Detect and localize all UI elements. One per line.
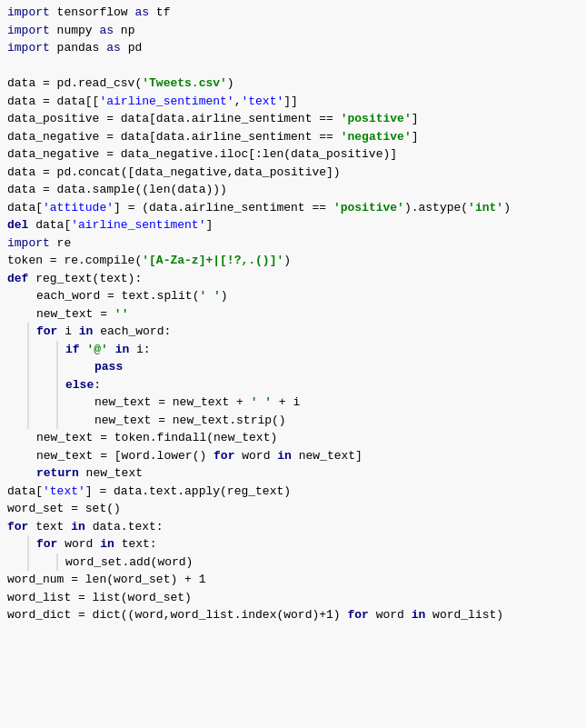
code-token: '' [114, 305, 129, 324]
code-token: word_set.add(word) [65, 553, 193, 572]
code-token: ) [503, 199, 511, 217]
code-token: 'airline_sentiment' [71, 216, 205, 234]
code-token: data = pd.read_csv( [7, 75, 142, 93]
code-token: new_text = [36, 305, 114, 324]
code-token: '@' [86, 341, 107, 359]
code-token: word [57, 535, 100, 553]
code-token: , [234, 93, 242, 111]
code-line: if '@' in i: [0, 341, 586, 359]
code-line: else: [0, 376, 586, 394]
code-token: '[A-Za-z]+|[!?,.()]' [142, 252, 283, 270]
code-token: return [36, 464, 79, 483]
code-token: data = pd.concat([data_negative,data_pos… [7, 164, 341, 182]
code-token: new_text] [292, 447, 363, 465]
code-line: new_text = new_text + ' ' + i [0, 394, 586, 412]
code-line: data = pd.read_csv('Tweets.csv') [0, 75, 586, 93]
code-token: 'int' [468, 199, 503, 217]
code-token: import [7, 39, 50, 57]
code-token: new_text = new_text + [94, 394, 251, 412]
code-token: word_dict = dict((word,word_list.index(w… [7, 606, 347, 624]
code-line: def reg_text(text): [0, 270, 586, 288]
code-line: data_negative = data[data.airline_sentim… [0, 128, 586, 146]
code-token: word_set = set() [7, 500, 121, 518]
code-token: else [65, 376, 94, 394]
code-token: data_positive = data[data.airline_sentim… [7, 110, 341, 128]
code-token: for [36, 323, 57, 341]
code-line: new_text = new_text.strip() [0, 412, 586, 430]
code-line: word_list = list(word_set) [0, 589, 586, 607]
code-token: np [114, 22, 134, 40]
code-token: word [234, 447, 277, 465]
code-line: import tensorflow as tf [0, 4, 586, 22]
code-token: each_word: [93, 323, 171, 341]
code-token: data_negative = data[data.airline_sentim… [7, 128, 341, 146]
code-line: new_text = '' [0, 305, 586, 324]
code-token: i: [129, 341, 150, 359]
code-line: data_positive = data[data.airline_sentim… [0, 110, 586, 128]
code-token: 'text' [43, 483, 85, 501]
code-token: word [369, 606, 412, 624]
code-token: as [99, 22, 114, 40]
code-line: for i in each_word: [0, 323, 586, 341]
code-token: ] [412, 128, 419, 146]
code-token: new_text = [word.lower() [36, 447, 214, 465]
code-line: for word in text: [0, 535, 586, 553]
code-token: ]] [283, 93, 298, 111]
code-token: for [347, 606, 368, 624]
code-line: word_set = set() [0, 500, 586, 518]
code-token: ) [227, 75, 234, 93]
code-token: ) [283, 252, 291, 270]
code-token: word_num = len(word_set) + 1 [7, 571, 205, 589]
code-token: data[ [7, 199, 43, 217]
empty-line [0, 57, 586, 75]
code-token: 'negative' [341, 128, 412, 146]
code-token: pd [121, 39, 142, 57]
code-line: new_text = token.findall(new_text) [0, 429, 586, 447]
code-token [80, 341, 87, 359]
code-token: in [100, 535, 114, 553]
code-token: new_text = new_text.strip() [94, 412, 286, 430]
code-token: data = data[[ [7, 93, 99, 111]
code-line: word_dict = dict((word,word_list.index(w… [0, 606, 586, 624]
code-token: new_text [79, 464, 143, 483]
code-token: 'positive' [333, 199, 404, 217]
code-line: data_negative = data_negative.iloc[:len(… [0, 145, 586, 164]
code-line: for text in data.text: [0, 518, 586, 536]
code-line: import re [0, 234, 586, 253]
code-line: import numpy as np [0, 22, 586, 40]
code-token: ' ' [251, 394, 272, 412]
code-token: 'Tweets.csv' [142, 75, 227, 93]
code-token: ) [221, 287, 228, 305]
code-line: token = re.compile('[A-Za-z]+|[!?,.()]') [0, 252, 586, 270]
code-token: text [28, 518, 71, 536]
code-token: import [7, 22, 50, 40]
code-editor: import tensorflow as tfimport numpy as n… [0, 0, 586, 728]
code-line: new_text = [word.lower() for word in new… [0, 447, 586, 465]
code-token: word_list = list(word_set) [7, 589, 192, 607]
code-token: def [7, 270, 28, 288]
code-token: ] = data.text.apply(reg_text) [85, 483, 291, 501]
code-line: word_num = len(word_set) + 1 [0, 571, 586, 589]
code-token: i [57, 323, 78, 341]
code-token: data[ [28, 216, 71, 234]
code-line: data['attitude'] = (data.airline_sentime… [0, 199, 586, 217]
code-token: word_list) [425, 606, 503, 624]
code-token: for [214, 447, 234, 465]
code-line: data['text'] = data.text.apply(reg_text) [0, 483, 586, 501]
code-line: word_set.add(word) [0, 553, 586, 572]
code-token: ] [412, 110, 419, 128]
code-token: pass [94, 358, 123, 376]
code-token: in [71, 518, 85, 536]
code-token: 'positive' [341, 110, 412, 128]
code-line: data = data[['airline_sentiment','text']… [0, 93, 586, 111]
code-token: del [7, 216, 28, 234]
code-token: 'attitude' [43, 199, 114, 217]
code-line: import pandas as pd [0, 39, 586, 57]
code-token: data_negative = data_negative.iloc[:len(… [7, 145, 397, 164]
code-token: ] = (data.airline_sentiment == [114, 199, 333, 217]
code-token: data.text: [85, 518, 164, 536]
code-token: for [7, 518, 28, 536]
code-token: import [7, 4, 50, 22]
code-token: numpy [50, 22, 100, 40]
code-token: ' ' [199, 287, 220, 305]
